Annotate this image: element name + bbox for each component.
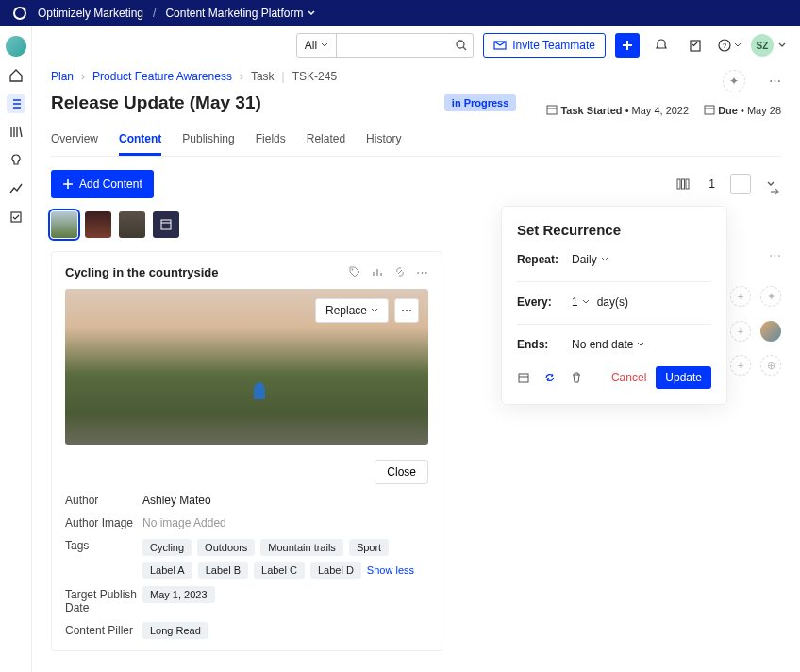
card-more-icon[interactable]: ⋯ xyxy=(416,265,428,279)
repeat-label: Repeat: xyxy=(517,253,564,266)
content-card: Cycling in the countryside ⋯ Replace xyxy=(51,251,442,651)
product-switcher[interactable]: Content Marketing Platform xyxy=(165,7,316,20)
brand-logo-icon xyxy=(11,5,28,22)
image-more-icon[interactable]: ⋯ xyxy=(394,298,419,323)
tag-icon[interactable] xyxy=(348,265,361,279)
layout-columns-icon[interactable] xyxy=(673,174,693,194)
rail-tasks-icon[interactable] xyxy=(7,208,25,227)
close-button[interactable]: Close xyxy=(375,460,428,484)
tab-fields[interactable]: Fields xyxy=(256,125,286,156)
trash-icon[interactable] xyxy=(570,371,587,384)
search-button[interactable] xyxy=(450,39,473,52)
status-badge[interactable]: in Progress xyxy=(444,94,517,111)
rail-list-icon[interactable] xyxy=(7,94,25,113)
row-more-icon[interactable]: ⋯ xyxy=(769,248,781,262)
recurrence-modal: Set Recurrence Repeat: Daily Every: 1 da xyxy=(501,206,727,405)
svg-rect-7 xyxy=(547,106,557,114)
tag[interactable]: Sport xyxy=(349,539,389,556)
breadcrumb-plan[interactable]: Plan xyxy=(51,70,74,83)
user-menu[interactable]: SZ xyxy=(751,34,787,57)
create-button[interactable] xyxy=(615,33,640,58)
svg-point-13 xyxy=(352,269,354,271)
workspace-avatar[interactable] xyxy=(6,36,26,57)
invite-teammate-button[interactable]: Invite Teammate xyxy=(483,33,606,58)
tag[interactable]: Label D xyxy=(310,562,361,579)
svg-rect-10 xyxy=(682,179,685,189)
chevron-down-icon xyxy=(371,307,378,314)
task-started: Task Started • May 4, 2022 xyxy=(546,104,689,116)
analytics-icon[interactable] xyxy=(371,265,384,279)
assignee-slot-icon[interactable]: ✦ xyxy=(760,286,781,307)
replace-image-button[interactable]: Replace xyxy=(315,298,389,323)
breadcrumb-pipe: | xyxy=(282,70,285,83)
svg-point-2 xyxy=(457,41,464,48)
author-image-value: No image Added xyxy=(142,516,428,529)
chevron-down-icon xyxy=(321,42,328,49)
assignee-slot-icon[interactable]: + xyxy=(730,355,751,376)
repeat-select[interactable]: Daily xyxy=(572,253,608,266)
update-button[interactable]: Update xyxy=(656,366,711,389)
cancel-button[interactable]: Cancel xyxy=(611,371,646,384)
assignee-slot-icon[interactable]: + xyxy=(730,321,751,342)
svg-rect-11 xyxy=(686,179,689,189)
thumb-2[interactable] xyxy=(85,211,111,238)
assignee-avatar[interactable] xyxy=(760,321,781,342)
tab-history[interactable]: History xyxy=(366,125,401,156)
tag[interactable]: Label B xyxy=(198,562,248,579)
chevron-right-icon: › xyxy=(240,70,243,83)
every-select[interactable]: 1 xyxy=(572,295,590,309)
rail-analytics-icon[interactable] xyxy=(7,179,25,198)
tag[interactable]: Label C xyxy=(254,562,305,579)
chevron-right-icon: › xyxy=(81,70,85,83)
svg-rect-9 xyxy=(677,179,680,189)
every-label: Every: xyxy=(517,295,564,309)
breadcrumb-feature[interactable]: Product Feature Awareness xyxy=(92,70,232,83)
tag[interactable]: Cycling xyxy=(142,539,192,556)
ends-select[interactable]: No end date xyxy=(572,338,644,351)
rail-ideas-icon[interactable] xyxy=(7,151,25,170)
thumb-3[interactable] xyxy=(119,211,145,238)
add-content-button[interactable]: Add Content xyxy=(51,170,154,198)
assignee-slot-icon[interactable]: ⊕ xyxy=(760,355,781,376)
tab-content[interactable]: Content xyxy=(119,125,161,156)
tags-label: Tags xyxy=(65,539,142,579)
search-scope-select[interactable]: All xyxy=(297,34,337,57)
left-rail xyxy=(0,26,32,672)
user-avatar: SZ xyxy=(751,34,774,57)
tab-related[interactable]: Related xyxy=(307,125,345,156)
rail-library-icon[interactable] xyxy=(7,123,25,142)
help-icon[interactable]: ? xyxy=(717,33,742,58)
author-image-label: Author Image xyxy=(65,516,142,529)
calendar-icon xyxy=(546,104,558,115)
content-piller-value[interactable]: Long Read xyxy=(142,622,208,639)
tag[interactable]: Mountain trails xyxy=(260,539,343,556)
show-less-link[interactable]: Show less xyxy=(367,564,414,576)
assignee-slot-icon[interactable]: + xyxy=(730,286,751,307)
row-export-icon[interactable] xyxy=(768,185,781,198)
notifications-icon[interactable] xyxy=(649,33,674,58)
checklist-icon[interactable] xyxy=(683,33,708,58)
breadcrumb-id: TSK-245 xyxy=(292,70,337,83)
ai-suggest-icon[interactable]: ✦ xyxy=(723,70,745,92)
page-tabs: Overview Content Publishing Fields Relat… xyxy=(51,125,781,157)
tab-overview[interactable]: Overview xyxy=(51,125,98,156)
page-more-icon[interactable]: ⋯ xyxy=(769,74,781,88)
chevron-down-icon xyxy=(777,41,787,50)
checkbox-toggle[interactable] xyxy=(730,174,751,194)
tag[interactable]: Outdoors xyxy=(197,539,255,556)
refresh-icon[interactable] xyxy=(543,371,560,384)
content-count: 1 xyxy=(703,177,721,191)
rail-home-icon[interactable] xyxy=(7,66,25,85)
tab-publishing[interactable]: Publishing xyxy=(182,125,234,156)
publish-date-value[interactable]: May 1, 2023 xyxy=(142,586,215,603)
link-icon[interactable] xyxy=(393,265,407,279)
task-dates: Task Started • May 4, 2022 Due • May 28 xyxy=(546,104,781,116)
author-value: Ashley Mateo xyxy=(142,494,428,507)
calendar-icon[interactable] xyxy=(517,371,534,384)
search-input[interactable] xyxy=(337,39,450,52)
tag[interactable]: Label A xyxy=(142,562,192,579)
global-topbar: Optimizely Marketing / Content Marketing… xyxy=(0,0,800,26)
thumb-add[interactable] xyxy=(153,211,179,238)
thumb-1[interactable] xyxy=(51,211,77,238)
global-search[interactable]: All xyxy=(296,33,474,58)
